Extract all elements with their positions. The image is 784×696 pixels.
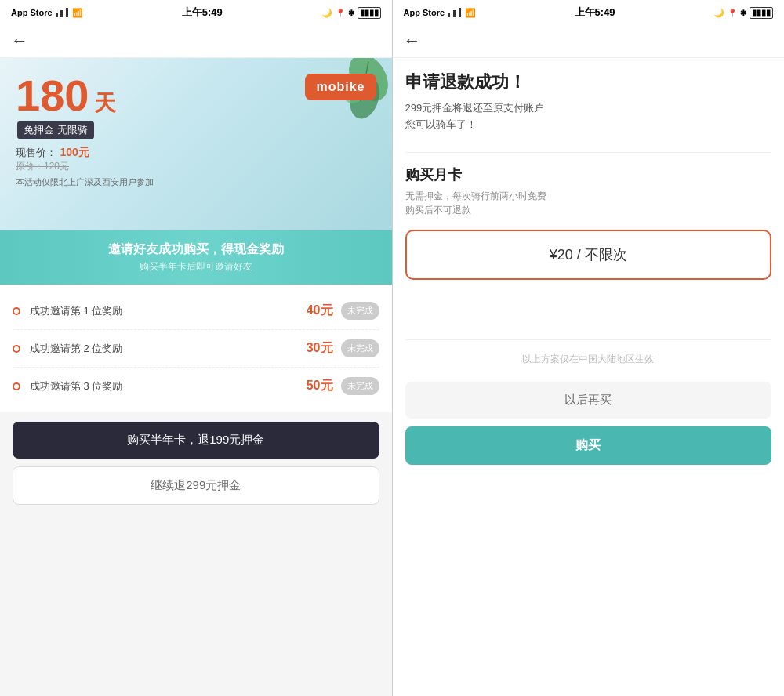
left-main-content: 180 天 免押金 无限骑 现售价： 100元 原价：120元 本活动仅限北上广… [0, 58, 392, 696]
reward-list: 成功邀请第 1 位奖励 40元 未完成 成功邀请第 2 位奖励 30元 未完成 … [0, 285, 392, 412]
continue-refund-button[interactable]: 继续退299元押金 [13, 466, 379, 505]
right-wifi-icon: 📶 [465, 8, 476, 18]
left-status-bar: App Store 📶 上午5:49 🌙 📍 ✱ ▮▮▮▮ [0, 0, 392, 24]
reward-dot-0 [13, 307, 20, 315]
invite-ribbon-sub: 购买半年卡后即可邀请好友 [11, 260, 381, 274]
right-status-right: 🌙 📍 ✱ ▮▮▮▮ [713, 7, 773, 19]
left-phone-screen: App Store 📶 上午5:49 🌙 📍 ✱ ▮▮▮▮ ← [0, 0, 392, 696]
right-back-button[interactable]: ← [404, 31, 421, 51]
divider-1 [405, 152, 772, 153]
region-note: 以上方案仅在中国大陆地区生效 [405, 353, 772, 366]
left-carrier: App Store [11, 8, 53, 17]
left-bluetooth-icon: ✱ [348, 9, 354, 17]
left-moon-icon: 🌙 [321, 8, 332, 18]
left-back-button[interactable]: ← [11, 31, 28, 51]
reward-text-0: 成功邀请第 1 位奖励 [30, 304, 307, 318]
price-card-text: ¥20 / 不限次 [550, 247, 627, 263]
later-button[interactable]: 以后再买 [405, 382, 772, 419]
monthly-card-desc: 无需押金，每次骑行前两小时免费 购买后不可退款 [405, 189, 772, 217]
divider-2 [405, 339, 772, 340]
reward-item-1: 成功邀请第 2 位奖励 30元 未完成 [13, 330, 379, 368]
left-status-right: 🌙 📍 ✱ ▮▮▮▮ [321, 7, 381, 19]
hero-original-price: 原价：120元 [16, 160, 376, 173]
right-main-content: 申请退款成功！ 299元押金将退还至原支付账户 您可以骑车了！ 购买月卡 无需押… [393, 58, 785, 696]
buy-half-year-button[interactable]: 购买半年卡，退199元押金 [13, 422, 379, 459]
hero-banner: 180 天 免押金 无限骑 现售价： 100元 原价：120元 本活动仅限北上广… [0, 58, 392, 230]
left-time: 上午5:49 [182, 5, 223, 20]
reward-dot-2 [13, 382, 20, 390]
right-status-left: App Store 📶 [404, 8, 477, 18]
invite-ribbon-title: 邀请好友成功购买，得现金奖励 [11, 241, 381, 258]
reward-amount-1: 30元 [307, 340, 333, 357]
reward-btn-2[interactable]: 未完成 [341, 377, 379, 395]
hero-price-value: 100元 [60, 146, 89, 158]
hero-price-row: 现售价： 100元 [16, 145, 376, 160]
left-wifi-icon: 📶 [72, 8, 83, 18]
invite-ribbon: 邀请好友成功购买，得现金奖励 购买半年卡后即可邀请好友 [0, 230, 392, 285]
reward-text-2: 成功邀请第 3 位奖励 [30, 379, 307, 393]
right-location-icon: 📍 [728, 9, 737, 17]
right-moon-icon: 🌙 [713, 8, 724, 18]
left-signal-icon [56, 8, 70, 17]
reward-btn-0[interactable]: 未完成 [341, 302, 379, 320]
reward-dot-1 [13, 345, 20, 353]
left-bottom-buttons: 购买半年卡，退199元押金 继续退299元押金 [0, 412, 392, 514]
success-desc: 299元押金将退还至原支付账户 您可以骑车了！ [405, 100, 772, 133]
hero-price-label: 现售价： [16, 147, 56, 158]
spacer [405, 295, 772, 327]
left-battery-icon: ▮▮▮▮ [358, 7, 381, 19]
reward-amount-2: 50元 [307, 378, 333, 394]
hero-note: 本活动仅限北上广深及西安用户参加 [16, 176, 376, 188]
hero-days: 180 [16, 71, 89, 120]
success-title: 申请退款成功！ [405, 71, 772, 94]
reward-item-2: 成功邀请第 3 位奖励 50元 未完成 [13, 368, 379, 404]
hero-days-unit: 天 [94, 91, 116, 115]
reward-item-0: 成功邀请第 1 位奖励 40元 未完成 [13, 292, 379, 330]
right-battery-icon: ▮▮▮▮ [750, 7, 773, 19]
mobike-logo-area: mobike [305, 74, 376, 100]
right-bluetooth-icon: ✱ [740, 9, 746, 17]
left-status-left: App Store 📶 [11, 8, 83, 18]
hero-badge: 免押金 无限骑 [17, 121, 94, 139]
left-location-icon: 📍 [336, 9, 345, 17]
right-time: 上午5:49 [575, 5, 615, 20]
right-nav-bar: ← [393, 24, 785, 58]
monthly-card-title: 购买月卡 [405, 165, 772, 184]
mobike-logo: mobike [305, 74, 376, 100]
right-phone-screen: App Store 📶 上午5:49 🌙 📍 ✱ ▮▮▮▮ ← 申请退款成功！ … [393, 0, 785, 696]
buy-button[interactable]: 购买 [405, 426, 772, 465]
right-signal-icon [448, 8, 462, 17]
price-card[interactable]: ¥20 / 不限次 [405, 230, 772, 280]
left-nav-bar: ← [0, 24, 392, 58]
right-status-bar: App Store 📶 上午5:49 🌙 📍 ✱ ▮▮▮▮ [393, 0, 785, 24]
right-carrier: App Store [404, 8, 445, 17]
reward-text-1: 成功邀请第 2 位奖励 [30, 342, 307, 356]
reward-amount-0: 40元 [307, 303, 333, 319]
reward-btn-1[interactable]: 未完成 [341, 339, 379, 357]
